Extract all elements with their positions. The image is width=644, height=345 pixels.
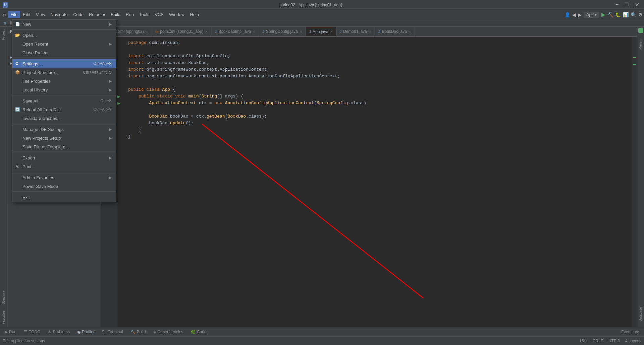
code-line-14: } [128, 127, 629, 133]
menu-window[interactable]: Window [166, 11, 187, 18]
avatar-icon[interactable]: 👤 [565, 12, 570, 17]
arrow-icon: ▶ [109, 22, 112, 26]
minimize-button[interactable]: − [613, 2, 621, 8]
tab-demo01[interactable]: J Demo01.java ✕ [336, 27, 375, 36]
menu-navigate[interactable]: Navigate [48, 11, 70, 18]
menu-item-print[interactable]: 🖨 Print... [12, 162, 116, 171]
menu-build[interactable]: Build [108, 11, 123, 18]
maximize-button[interactable]: ☐ [623, 2, 631, 8]
bottom-tab-terminal[interactable]: $_ Terminal [99, 329, 126, 335]
code-line-5: import org.springframework.context.Appli… [128, 66, 629, 73]
menu-item-invalidate[interactable]: Invalidate Caches... [12, 114, 116, 123]
editor-tabs: m pom.xml (spring02) ✕ m pom.xml (spring… [101, 27, 637, 37]
tab-app-java[interactable]: J App.java ✕ [306, 27, 336, 36]
menu-sep-3 [12, 95, 116, 95]
menu-item-add-favorites[interactable]: Add to Favorites ▶ [12, 173, 116, 182]
menu-vcs[interactable]: VCS [152, 11, 166, 18]
menu-item-export[interactable]: Export ▶ [12, 153, 116, 162]
structure-sidebar-icon[interactable]: Structure [1, 289, 6, 306]
recent-arrow-icon: ▶ [109, 42, 112, 46]
bottom-tab-build[interactable]: 🔨 Build [127, 329, 149, 335]
maven-label[interactable]: Maven [638, 37, 643, 52]
menu-refactor[interactable]: Refactor [86, 11, 108, 18]
coverage-button[interactable]: 📊 [623, 12, 629, 17]
menu-tools[interactable]: Tools [137, 11, 152, 18]
menu-edit[interactable]: Edit [20, 11, 33, 18]
forward-button[interactable]: ▶ [578, 12, 582, 17]
menu-item-new[interactable]: 📄 New ▶ [12, 20, 116, 28]
menu-item-open-recent[interactable]: Open Recent ▶ [12, 40, 116, 48]
tab-bookdaoimpl[interactable]: J BookDaoImpl.java ✕ [211, 27, 259, 36]
profiler-tab-icon: ◉ [77, 330, 80, 334]
favorites-sidebar-icon[interactable]: Favorites [1, 309, 6, 326]
settings-icon: ⚙ [15, 61, 19, 66]
tab-close[interactable]: ✕ [369, 30, 371, 33]
status-encoding[interactable]: UTF-8 [608, 339, 620, 343]
code-content[interactable]: package com.linxuan; import com.linxuan.… [124, 37, 633, 327]
tab-close[interactable]: ✕ [146, 30, 148, 33]
bottom-tab-problems[interactable]: ⚠ Problems [44, 329, 73, 335]
breadcrumb-m[interactable]: m [3, 21, 6, 25]
menu-item-save-template[interactable]: Save File as Template... [12, 142, 116, 151]
left-sidebar: Project Structure Favorites [0, 27, 7, 327]
code-line-13: bookDao.update(); [128, 120, 629, 127]
close-button[interactable]: ✕ [633, 2, 641, 8]
menu-item-close-project[interactable]: Close Project [12, 48, 116, 57]
menu-item-project-structure[interactable]: 📦 Project Structure... Ctrl+Alt+Shift+S [12, 68, 116, 77]
code-line-3: import com.linxuan.config.SpringConfig; [128, 53, 629, 60]
status-line-sep[interactable]: CRLF [593, 339, 603, 343]
status-line-col[interactable]: 16:1 [579, 339, 587, 343]
tab-close[interactable]: ✕ [300, 30, 302, 33]
toolbar-right: 👤 ◀ ▶ App ▾ ▶ 🔨 🐛 📊 🔍 ⚙ [565, 11, 643, 18]
menu-help[interactable]: Help [187, 11, 202, 18]
menu-item-exit[interactable]: Exit [12, 193, 116, 202]
code-line-11 [128, 107, 629, 113]
tab-close[interactable]: ✕ [253, 30, 255, 33]
menu-code[interactable]: Code [70, 11, 86, 18]
database-label[interactable]: Database [638, 304, 643, 324]
bottom-tab-dependencies[interactable]: ◈ Dependencies [150, 329, 187, 335]
status-right: 16:1 CRLF UTF-8 4 spaces [579, 339, 641, 343]
manage-ide-arrow-icon: ▶ [109, 127, 112, 132]
menu-item-new-projects-setup[interactable]: New Projects Setup ▶ [12, 134, 116, 142]
tab-close[interactable]: ✕ [409, 30, 411, 33]
menu-item-file-properties[interactable]: File Properties ▶ [12, 77, 116, 85]
terminal-tab-icon: $_ [102, 330, 106, 334]
build-button[interactable]: 🔨 [607, 12, 613, 17]
run-button[interactable]: ▶ [601, 11, 605, 18]
bottom-tab-event-log[interactable]: Event Log [618, 329, 643, 335]
bottom-tab-spring[interactable]: 🌿 Spring [187, 329, 212, 335]
bottom-tab-todo[interactable]: ☰ TODO [20, 329, 44, 335]
tab-close[interactable]: ✕ [330, 30, 333, 33]
menu-item-power-save[interactable]: Power Save Mode [12, 182, 116, 191]
debug-button[interactable]: 🐛 [615, 12, 621, 17]
menu-item-settings[interactable]: ⚙ Settings... Ctrl+Alt+S [12, 59, 116, 68]
run-config-selector[interactable]: App ▾ [584, 12, 599, 18]
bottom-tab-profiler[interactable]: ◉ Profiler [74, 329, 98, 335]
menu-run[interactable]: Run [123, 11, 137, 18]
tab-pom-spring01[interactable]: m pom.xml (spring01_aop) ✕ [152, 27, 212, 36]
menu-item-open[interactable]: 📂 Open... [12, 31, 116, 40]
tab-bookdao[interactable]: J BookDao.java ✕ [375, 27, 415, 36]
menu-file[interactable]: File [8, 11, 20, 18]
project-sidebar-icon[interactable]: Project [1, 28, 6, 41]
tab-springconfig[interactable]: J SpringConfig.java ✕ [259, 27, 306, 36]
back-button[interactable]: ◀ [572, 12, 576, 17]
code-line-10: ApplicationContext ctx = new AnnotationC… [128, 100, 629, 107]
project-icon: spr [1, 13, 6, 17]
right-sidebar: Maven Database [637, 27, 644, 327]
status-indent[interactable]: 4 spaces [625, 339, 641, 343]
menu-item-reload[interactable]: 🔄 Reload All from Disk Ctrl+Alt+Y [12, 105, 116, 114]
menu-item-save-all[interactable]: Save All Ctrl+S [12, 96, 116, 105]
menu-item-local-history[interactable]: Local History ▶ [12, 85, 116, 94]
menu-view[interactable]: View [33, 11, 48, 18]
bottom-tab-run[interactable]: ▶ Run [1, 329, 20, 335]
menu-item-manage-ide[interactable]: Manage IDE Settings ▶ [12, 125, 116, 134]
code-editor[interactable]: 1 2 3 4 5 6 7 8 9 10 11 12 13 14 15 16 [101, 37, 637, 327]
editor-right-margin [633, 37, 637, 327]
tab-close[interactable]: ✕ [205, 30, 208, 33]
settings-shortcut: Ctrl+Alt+S [93, 61, 112, 66]
search-everywhere-button[interactable]: 🔍 [631, 12, 636, 17]
problems-tab-icon: ⚠ [48, 330, 51, 334]
settings-toolbar-button[interactable]: ⚙ [638, 12, 643, 17]
